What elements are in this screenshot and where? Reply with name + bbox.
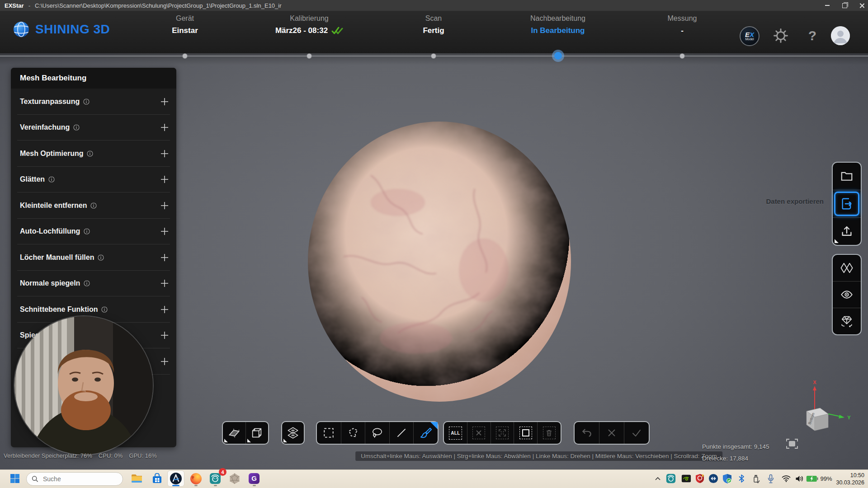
search-input[interactable] [26,472,123,486]
step-scan[interactable]: Scan Fertig [375,14,492,35]
expand-plus-button[interactable] [160,175,169,184]
confirm-button[interactable] [624,422,649,444]
upload-share-button[interactable] [833,217,861,245]
expand-plus-button[interactable] [160,305,169,314]
select-all-button[interactable]: ALL [444,422,467,444]
taskbar-search[interactable] [26,469,123,488]
tray-bluetooth[interactable] [735,470,748,487]
item-label: Texturanpassung [20,98,80,106]
tray-teamviewer[interactable] [707,470,720,487]
undo-button[interactable] [575,422,599,444]
tray-wifi[interactable] [780,470,793,487]
info-icon[interactable] [84,280,90,286]
expand-plus-button[interactable] [160,149,169,158]
sidebar-item-kleinteile-entfernen[interactable]: Kleinteile entfernen [11,192,176,219]
step-nachbearbeitung[interactable]: Nachbearbeitung In Bearbeitung [499,14,617,35]
fit-view-icon[interactable] [785,437,799,450]
taskbar-file-explorer[interactable] [128,470,145,487]
rect-select-button[interactable] [317,422,341,444]
taskbar-store[interactable] [148,470,165,487]
info-icon[interactable] [84,228,90,235]
progress-dot-messung[interactable] [679,53,685,59]
visibility-button[interactable] [833,281,861,308]
render-mode-button[interactable] [833,308,861,334]
deselect-all-button[interactable] [467,422,491,444]
ex-model-badge[interactable]: EX Model [740,26,760,46]
tray-clock[interactable]: 10:50 30.03.2026 [836,472,864,486]
user-avatar[interactable] [831,26,850,45]
invert-selection-button[interactable] [514,422,537,444]
info-icon[interactable] [101,306,108,313]
double-diamond-icon [840,261,854,275]
info-icon[interactable] [73,124,80,131]
taskbar-polyhedron-app[interactable] [226,470,243,487]
brush-select-button[interactable] [413,422,438,444]
tray-usb[interactable] [750,470,762,487]
item-label: Schnittebene Funktion [20,305,98,314]
expand-selection-button[interactable] [491,422,514,444]
tray-scan-app[interactable] [665,470,677,487]
expand-plus-button[interactable] [160,279,169,288]
tray-gdata[interactable] [693,470,706,487]
sidebar-item-loecher-manuell-fuellen[interactable]: Löcher Manuell füllen [11,244,176,271]
info-icon[interactable] [83,99,90,105]
expand-plus-button[interactable] [160,201,169,210]
taskbar-g-app[interactable]: G [245,470,263,487]
expand-plus-button[interactable] [160,97,169,106]
select-through-button[interactable] [245,422,269,444]
taskbar-exstar-active[interactable] [167,470,184,487]
expand-plus-button[interactable] [160,253,169,262]
taskbar-firefox[interactable] [187,470,204,487]
lasso-select-button[interactable] [365,422,389,444]
tray-microphone[interactable] [764,470,777,487]
expand-plus-button[interactable] [160,227,169,236]
calibration-double-check-icon [331,27,343,35]
line-select-button[interactable] [389,422,414,444]
step-kalibrierung[interactable]: Kalibrierung März26 - 08:32 [250,14,368,35]
sidebar-item-normale-spiegeln[interactable]: Normale spiegeln [11,271,176,297]
polygon-select-button[interactable] [341,422,365,444]
expand-plus-button[interactable] [160,123,169,132]
info-icon[interactable] [48,176,55,183]
step-geraet[interactable]: Gerät Einstar [126,14,244,35]
progress-dot-nachbearbeitung[interactable] [554,52,562,60]
orientation-cube[interactable]: X Y Bottom [787,380,854,438]
settings-button[interactable] [771,26,790,45]
open-project-button[interactable] [833,163,861,190]
start-button[interactable] [6,470,24,487]
tray-nvidia[interactable] [680,470,693,487]
wireframe-toggle-button[interactable] [833,255,861,281]
cancel-button[interactable] [599,422,624,444]
export-data-button[interactable] [833,190,861,217]
info-icon[interactable] [90,202,97,209]
help-button[interactable]: ? [803,26,822,45]
window-titlebar[interactable]: EXStar - C:\Users\Scanner\Desktop\Kompre… [0,0,868,11]
info-icon[interactable] [87,150,93,157]
sidebar-item-mesh-optimierung[interactable]: Mesh Optimierung [11,141,176,167]
expand-plus-button[interactable] [160,357,169,366]
tray-windows-security[interactable] [721,470,733,487]
taskbar-scan-app[interactable]: 4 [207,470,224,487]
maximize-button[interactable] [842,3,847,8]
sidebar-item-auto-lochfuellung[interactable]: Auto-Lochfüllung [11,219,176,245]
sidebar-item-vereinfachung[interactable]: Vereinfachung [11,115,176,141]
close-button[interactable] [859,3,864,8]
step-messung[interactable]: Messung - [623,14,741,35]
gdata-shield-icon [695,474,704,483]
expand-plus-button[interactable] [160,331,169,340]
progress-dot-geraet[interactable] [182,53,188,59]
layer-select-button[interactable] [282,422,304,444]
sidebar-item-glaetten[interactable]: Glätten [11,167,176,193]
tray-battery[interactable]: 99% [806,470,833,487]
minimize-button[interactable] [825,3,830,8]
progress-dot-scan[interactable] [431,53,436,59]
rect-select-icon [322,427,335,439]
select-visible-button[interactable] [223,422,245,444]
sidebar-item-texturanpassung[interactable]: Texturanpassung [11,89,176,115]
tray-volume[interactable] [793,470,806,487]
exstar-running-indicator [172,485,179,486]
tray-chevron[interactable] [651,470,664,487]
progress-dot-kalibrierung[interactable] [307,53,312,59]
info-icon[interactable] [98,254,104,261]
delete-selection-button[interactable] [537,422,561,444]
